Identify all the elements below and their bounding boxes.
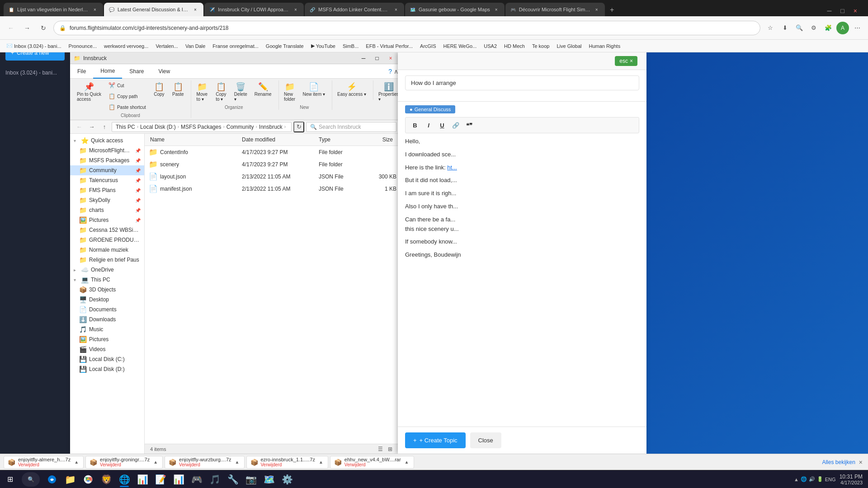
underline-button[interactable]: U (436, 119, 448, 131)
taskbar-app-10[interactable]: 🎵 (206, 471, 223, 488)
bookmark-arcgis[interactable]: ArcGIS (417, 42, 439, 50)
taskbar-file-explorer[interactable]: 📁 (61, 471, 79, 488)
start-button[interactable]: ⊞ (0, 470, 20, 488)
details-view-button[interactable]: ☰ (376, 445, 385, 454)
sidebar-item-videos[interactable]: 🎬 Videos (70, 344, 144, 354)
explorer-tab-file[interactable]: File (70, 64, 93, 79)
taskbar-app-11[interactable]: 🔧 (224, 471, 241, 488)
bookmark-franse[interactable]: Franse onregelmat... (210, 42, 261, 50)
taskbar-app-7[interactable]: 📝 (152, 471, 169, 488)
explorer-close-button[interactable]: × (385, 54, 396, 63)
explorer-maximize-button[interactable]: □ (371, 54, 383, 63)
see-all-downloads-button[interactable]: Alles bekijken (822, 459, 855, 465)
move-to-button[interactable]: 📁 Moveto ▾ (193, 80, 211, 104)
ribbon-help-icon[interactable]: ? (388, 68, 392, 75)
taskbar-chrome[interactable] (80, 471, 97, 488)
file-row-manifest[interactable]: 📄 manifest.json 2/13/2022 11:05 AM JSON … (145, 183, 400, 195)
download-item-groningr[interactable]: 📦 enjoyitfly-groningr....7z Verwijderd ▲ (85, 456, 163, 469)
maximize-button[interactable]: □ (837, 5, 848, 16)
browser-tab-4[interactable]: 🔗 MSFS Addon Linker Content.xml × (305, 3, 404, 16)
explorer-back-button[interactable]: ← (74, 122, 85, 132)
file-row-layout[interactable]: 📄 layout.json 2/13/2022 11:05 AM JSON Fi… (145, 170, 400, 183)
sidebar-item-skydolly[interactable]: 📁 SkyDolly 📌 (70, 195, 144, 205)
sidebar-item-local-disk-c[interactable]: 💾 Local Disk (C:) (70, 354, 144, 364)
star-icon[interactable]: ☆ (764, 22, 777, 34)
browser-tab-1[interactable]: 📋 Lijst van vliegvelden in Nederlan... × (4, 3, 103, 16)
sound-icon[interactable]: 🔊 (809, 476, 815, 482)
easy-access-button[interactable]: ⚡ Easy access ▾ (334, 80, 369, 99)
download-item-ezro[interactable]: 📦 ezro-innsbruck_1.1.....7z Verwijderd ▲ (246, 456, 328, 469)
zoom-icon[interactable]: 🔍 (793, 22, 806, 34)
delete-button[interactable]: 🗑️ Delete ▾ (231, 80, 250, 104)
bookmark-usa2[interactable]: USA2 (481, 42, 500, 50)
profile-icon[interactable]: A (836, 22, 849, 34)
bookmark-simb[interactable]: SimB... (340, 42, 361, 50)
taskbar-app-9[interactable]: 🎮 (188, 471, 205, 488)
quote-button[interactable]: ❝❞ (463, 119, 475, 131)
bookmark-live-global[interactable]: Live Global (554, 42, 584, 50)
bookmark-van-dale[interactable]: Van Dale (183, 42, 208, 50)
rename-button[interactable]: ✏️ Rename (251, 80, 275, 99)
extensions-icon[interactable]: 🧩 (822, 22, 835, 34)
download-item-almere[interactable]: 📦 enjoyitfly-almere_h....7z Verwijderd ▲ (4, 456, 84, 469)
breadcrumb-msfs-packages[interactable]: MSFS Packages (181, 124, 221, 130)
file-row-scenery[interactable]: 📁 scenery 4/17/2023 9:27 PM File folder (145, 158, 400, 170)
breadcrumb-this-pc[interactable]: This PC (116, 124, 135, 130)
explorer-tab-view[interactable]: View (151, 64, 177, 79)
sidebar-item-msfs-packages[interactable]: 📁 MSFS Packages 📌 (70, 155, 144, 165)
copy-button[interactable]: 📋 Copy (150, 80, 168, 99)
explorer-refresh-button[interactable]: ↻ (293, 122, 304, 132)
breadcrumb-innsbruck[interactable]: Innsbruck (259, 124, 283, 130)
sidebar-item-desktop[interactable]: 🖥️ Desktop (70, 295, 144, 305)
taskbar-app-6[interactable]: 📊 (134, 471, 151, 488)
column-header-name[interactable]: Name (148, 136, 238, 144)
explorer-forward-button[interactable]: → (86, 122, 97, 132)
sidebar-item-quick-access[interactable]: Inbox (3.024) - bani... (0, 66, 70, 80)
taskbar-active-app[interactable]: 🌐 (116, 471, 133, 488)
breadcrumb[interactable]: This PC › Local Disk (D:) › MSFS Package… (112, 122, 292, 132)
browser-tab-6[interactable]: 🎮 Découvrir Microsoft Flight Simul... × (505, 3, 605, 16)
explorer-tab-share[interactable]: Share (122, 64, 151, 79)
address-bar[interactable]: 🔒 forums.flightsimulator.com/c/gd-intere… (53, 21, 760, 35)
sidebar-item-cessna[interactable]: 📁 Cessna 152 WBSim_JPLo... (70, 225, 144, 235)
taskbar-app-12[interactable]: 📷 (242, 471, 259, 488)
bookmark-inbox[interactable]: ✉️ Inbox (3.024) - bani... (4, 42, 64, 50)
sidebar-item-local-disk-d[interactable]: 💾 Local Disk (D:) (70, 364, 144, 374)
tab-close-4[interactable]: × (392, 6, 400, 13)
tray-up-arrow[interactable]: ▲ (794, 477, 799, 482)
file-row-contentinfo[interactable]: 📁 ContentInfo 4/17/2023 9:27 PM File fol… (145, 146, 400, 158)
tab-close-2[interactable]: × (192, 6, 199, 13)
new-folder-button[interactable]: 📁 Newfolder (281, 80, 299, 104)
bookmark-google-translate[interactable]: Google Translate (263, 42, 307, 50)
bookmark-youtube[interactable]: ▶ YouTube (308, 42, 338, 50)
sidebar-quick-access-header[interactable]: ▾ ⭐ Quick access (70, 136, 144, 145)
close-topic-button[interactable]: Close (470, 432, 501, 448)
tab-close-1[interactable]: × (91, 6, 99, 13)
bookmark-efb[interactable]: EFB - Virtual Perfor... (363, 42, 415, 50)
taskbar-clock[interactable]: 10:31 PM 4/17/2023 (840, 474, 863, 485)
bookmark-te-koop[interactable]: Te koop (529, 42, 552, 50)
new-tab-button[interactable]: + (606, 4, 618, 16)
sidebar-item-muziek[interactable]: 📁 Normale muziek (70, 245, 144, 255)
paste-shortcut-button[interactable]: 📋 Paste shortcut (105, 102, 149, 112)
download-expand-4[interactable]: ▲ (318, 460, 324, 465)
column-header-type[interactable]: Type (315, 136, 360, 144)
download-expand-3[interactable]: ▲ (234, 460, 241, 465)
sidebar-item-3d-objects[interactable]: 📦 3D Objects (70, 285, 144, 295)
close-window-button[interactable]: × (850, 5, 861, 16)
language-indicator[interactable]: ENG (825, 477, 836, 482)
bookmark-human-rights[interactable]: Human Rights (586, 42, 623, 50)
sidebar-item-groene[interactable]: 📁 GROENE PRODUCTIE (70, 235, 144, 245)
taskbar-app-8[interactable]: 📊 (170, 471, 187, 488)
link-button[interactable]: 🔗 (450, 119, 462, 131)
sidebar-this-pc-header[interactable]: ▾ 💻 This PC (70, 275, 144, 285)
paste-button[interactable]: 📋 Paste (169, 80, 187, 99)
back-button[interactable]: ← (5, 22, 17, 34)
large-icons-view-button[interactable]: ⊞ (386, 445, 395, 454)
taskbar-search-button[interactable]: 🔍 (22, 472, 40, 487)
bookmark-vertalen[interactable]: Vertalen... (153, 42, 181, 50)
sidebar-item-religie[interactable]: 📁 Religie en brief Paus (70, 255, 144, 265)
tab-close-6[interactable]: × (593, 6, 600, 13)
browser-tab-2[interactable]: 💬 Latest General Discussion & Int... × (104, 3, 203, 16)
sidebar-item-talencursus[interactable]: 📁 Talencursus 📌 (70, 175, 144, 185)
